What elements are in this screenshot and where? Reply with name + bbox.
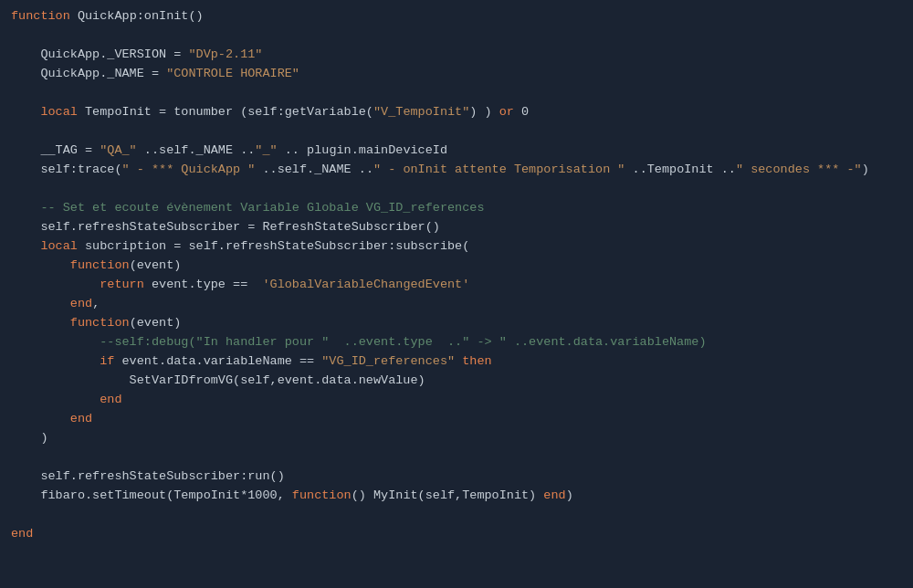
- code-line: local subcription = self.refreshStateSub…: [0, 237, 913, 257]
- code-line: -- Set et ecoute évènement Variable Glob…: [0, 199, 913, 218]
- code-line: [0, 84, 913, 103]
- code-line: self:trace(" - *** QuickApp " ..self._NA…: [0, 161, 913, 180]
- code-line: return event.type == 'GlobalVariableChan…: [0, 276, 913, 295]
- code-line: end,: [0, 295, 913, 314]
- code-line: [0, 26, 913, 46]
- code-line: [0, 122, 913, 142]
- code-line: [0, 448, 913, 467]
- code-line: QuickApp._NAME = "CONTROLE HORAIRE": [0, 65, 913, 84]
- code-line: SetVarIDfromVG(self,event.data.newValue): [0, 372, 913, 391]
- code-line: function QuickApp:onInit(): [0, 7, 913, 26]
- code-line: --self:debug("In handler pour " ..event.…: [0, 333, 913, 352]
- code-line: local TempoInit = tonumber (self:getVari…: [0, 103, 913, 122]
- code-editor: function QuickApp:onInit() QuickApp._VER…: [0, 0, 913, 588]
- code-line: end: [0, 410, 913, 429]
- code-line: fibaro.setTimeout(TempoInit*1000, functi…: [0, 487, 913, 506]
- code-line: if event.data.variableName == "VG_ID_ref…: [0, 352, 913, 372]
- code-line: end: [0, 391, 913, 410]
- code-line: [0, 180, 913, 199]
- code-line: self.refreshStateSubscriber = RefreshSta…: [0, 218, 913, 237]
- code-line: QuickApp._VERSION = "DVp-2.11": [0, 46, 913, 65]
- code-line: self.refreshStateSubscriber:run(): [0, 467, 913, 487]
- code-line: function(event): [0, 257, 913, 276]
- code-line: [0, 506, 913, 525]
- code-line: function(event): [0, 314, 913, 333]
- code-line: ): [0, 429, 913, 448]
- code-line: __TAG = "QA_" ..self._NAME .."_" .. plug…: [0, 142, 913, 161]
- code-line: end: [0, 525, 913, 544]
